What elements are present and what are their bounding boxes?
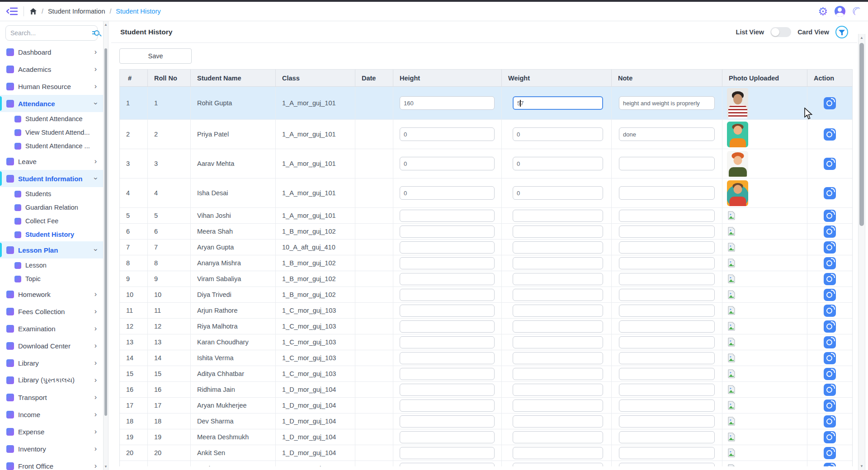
height-input[interactable] <box>400 289 495 301</box>
height-input[interactable] <box>400 463 495 467</box>
view-toggle-switch[interactable] <box>770 27 791 37</box>
save-button[interactable]: Save <box>119 48 192 64</box>
sidebar-item-guardian-relation[interactable]: Guardian Relation <box>0 201 103 214</box>
sidebar-item-leave[interactable]: Leave› <box>0 153 103 170</box>
note-input[interactable] <box>619 320 715 333</box>
height-input[interactable] <box>400 273 495 285</box>
scroll-down-arrow[interactable]: ▼ <box>859 464 865 468</box>
camera-upload-button[interactable] <box>824 400 836 412</box>
camera-upload-button[interactable] <box>824 320 836 333</box>
search-icon[interactable] <box>92 29 101 37</box>
weight-input[interactable] <box>513 273 603 285</box>
sidebar-item-inventory[interactable]: Inventory› <box>0 440 103 457</box>
settings-gear-icon[interactable]: ⚙ <box>818 6 828 17</box>
camera-upload-button[interactable] <box>824 305 836 317</box>
note-input[interactable] <box>619 257 715 269</box>
height-input[interactable] <box>400 210 495 222</box>
weight-input[interactable] <box>513 447 603 459</box>
weight-input[interactable] <box>513 157 603 170</box>
weight-input[interactable] <box>513 96 603 110</box>
sidebar-item-attendance[interactable]: Attendance› <box>0 95 103 112</box>
note-input[interactable] <box>619 384 715 396</box>
breadcrumb-current-page[interactable]: Student History <box>116 8 160 15</box>
sidebar-item-transport[interactable]: Transport› <box>0 389 103 406</box>
sidebar-item-fees-collection[interactable]: Fees Collection› <box>0 303 103 320</box>
card-view-label[interactable]: Card View <box>797 28 829 36</box>
height-input[interactable] <box>400 157 495 170</box>
height-input[interactable] <box>400 336 495 348</box>
note-input[interactable] <box>619 210 715 222</box>
sidebar-item-front-office[interactable]: Front Office› <box>0 457 103 470</box>
height-input[interactable] <box>400 226 495 238</box>
sidebar-item-library[interactable]: Library› <box>0 354 103 371</box>
camera-upload-button[interactable] <box>824 273 836 285</box>
main-scroll-thumb[interactable] <box>859 43 864 226</box>
sidebar-item-student-information[interactable]: Student Information› <box>0 170 103 187</box>
weight-input[interactable] <box>513 257 603 269</box>
sidebar-item-collect-fee[interactable]: Collect Fee <box>0 214 103 228</box>
camera-upload-button[interactable] <box>824 128 836 141</box>
weight-input[interactable] <box>513 415 603 428</box>
weight-input[interactable] <box>513 400 603 412</box>
weight-input[interactable] <box>513 305 603 317</box>
weight-input[interactable] <box>513 210 603 222</box>
sidebar-toggle-icon[interactable] <box>6 7 18 16</box>
scroll-up-arrow[interactable]: ▲ <box>104 23 108 27</box>
height-input[interactable] <box>400 320 495 333</box>
weight-input[interactable] <box>513 463 603 467</box>
sidebar-item-income[interactable]: Income› <box>0 406 103 423</box>
camera-upload-button[interactable] <box>824 289 836 301</box>
note-input[interactable] <box>619 431 715 443</box>
note-input[interactable] <box>619 447 715 459</box>
profile-icon[interactable] <box>835 6 845 17</box>
camera-upload-button[interactable] <box>824 336 836 348</box>
camera-upload-button[interactable] <box>824 415 836 428</box>
camera-upload-button[interactable] <box>824 241 836 254</box>
weight-input[interactable] <box>513 368 603 380</box>
sidebar-item-examination[interactable]: Examination› <box>0 320 103 337</box>
weight-input[interactable] <box>513 186 603 200</box>
camera-upload-button[interactable] <box>824 447 836 459</box>
height-input[interactable] <box>400 352 495 364</box>
sidebar-item-academics[interactable]: Academics› <box>0 61 103 78</box>
sidebar-scrollbar[interactable]: ▲ ▼ <box>103 21 108 470</box>
breadcrumb-section[interactable]: Student Information <box>48 8 105 15</box>
sidebar-item-view-student-attendance[interactable]: View Student Attend... <box>0 126 103 139</box>
note-input[interactable] <box>619 368 715 380</box>
height-input[interactable] <box>400 384 495 396</box>
note-input[interactable] <box>619 352 715 364</box>
camera-upload-button[interactable] <box>824 97 836 109</box>
camera-upload-button[interactable] <box>824 158 836 170</box>
main-scrollbar[interactable]: ▲ ▼ <box>858 34 865 470</box>
height-input[interactable] <box>400 96 495 110</box>
search-input[interactable] <box>10 29 92 37</box>
note-input[interactable] <box>619 336 715 348</box>
height-input[interactable] <box>400 257 495 269</box>
note-input[interactable] <box>619 157 715 170</box>
height-input[interactable] <box>400 127 495 141</box>
note-input[interactable] <box>619 289 715 301</box>
sidebar-item-student-attendance-report[interactable]: Student Attendance ... <box>0 139 103 153</box>
sidebar-item-dashboard[interactable]: Dashboard› <box>0 43 103 61</box>
weight-input[interactable] <box>513 431 603 443</box>
sidebar-item-student-history[interactable]: Student History <box>0 228 103 241</box>
camera-upload-button[interactable] <box>824 226 836 238</box>
camera-upload-button[interactable] <box>824 187 836 199</box>
filter-funnel-icon[interactable] <box>835 26 848 38</box>
sidebar-item-students[interactable]: Students <box>0 187 103 201</box>
camera-upload-button[interactable] <box>824 352 836 364</box>
weight-input[interactable] <box>513 352 603 364</box>
sidebar-item-expense[interactable]: Expense› <box>0 423 103 440</box>
sidebar-item-lesson-plan[interactable]: Lesson Plan› <box>0 241 103 258</box>
note-input[interactable] <box>619 96 715 110</box>
height-input[interactable] <box>400 447 495 459</box>
sidebar-item-library-gujarati[interactable]: Library (પુસ્તકાલય)› <box>0 371 103 389</box>
weight-input[interactable] <box>513 127 603 141</box>
note-input[interactable] <box>619 463 715 467</box>
camera-upload-button[interactable] <box>824 431 836 443</box>
weight-input[interactable] <box>513 226 603 238</box>
note-input[interactable] <box>619 415 715 428</box>
height-input[interactable] <box>400 241 495 254</box>
weight-input[interactable] <box>513 336 603 348</box>
weight-input[interactable] <box>513 241 603 254</box>
